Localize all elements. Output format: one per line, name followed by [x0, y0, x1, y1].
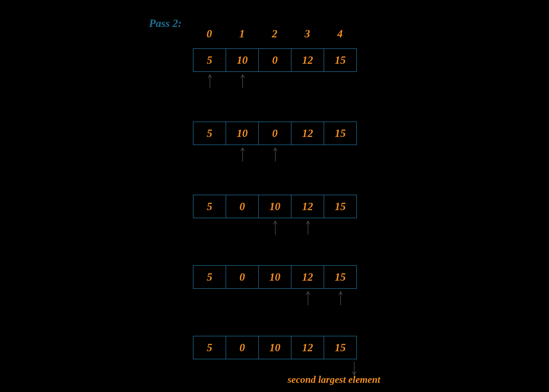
cell: 12 [291, 122, 324, 145]
annotation-second-largest: second largest element [288, 374, 380, 385]
cell: 15 [324, 195, 357, 218]
arrow-up-icon [206, 73, 214, 89]
cell: 12 [291, 266, 324, 288]
cell: 15 [324, 49, 357, 71]
array-step-5: 5 0 10 12 15 [193, 336, 357, 359]
arrow-up-icon [239, 146, 247, 162]
index-2: 2 [258, 27, 291, 40]
cell: 5 [193, 195, 226, 218]
cell: 10 [226, 122, 259, 145]
index-3: 3 [291, 27, 324, 40]
cell: 5 [193, 336, 226, 359]
array-step-2: 5 10 0 12 15 [193, 122, 357, 145]
arrow-up-icon [271, 146, 279, 162]
cell: 10 [259, 266, 291, 288]
cell: 15 [324, 266, 357, 288]
cell: 0 [259, 49, 291, 71]
cell: 0 [259, 122, 291, 145]
array-step-3: 5 0 10 12 15 [193, 195, 357, 218]
cell: 5 [193, 122, 226, 145]
cell: 5 [193, 49, 226, 71]
cell: 12 [291, 49, 324, 71]
cell: 15 [324, 336, 357, 359]
arrow-up-icon [337, 290, 345, 306]
index-0: 0 [193, 27, 226, 40]
cell: 5 [193, 266, 226, 288]
arrow-up-icon [304, 220, 312, 235]
cell: 0 [226, 266, 259, 288]
index-4: 4 [324, 27, 356, 40]
index-row: 0 1 2 3 4 [193, 27, 356, 40]
arrow-up-icon [239, 73, 247, 89]
cell: 0 [226, 195, 259, 218]
cell: 0 [226, 336, 259, 359]
index-1: 1 [226, 27, 258, 40]
cell: 15 [324, 122, 357, 145]
cell: 10 [259, 336, 291, 359]
array-step-4: 5 0 10 12 15 [193, 265, 357, 289]
array-step-1: 5 10 0 12 15 [193, 48, 357, 72]
cell: 10 [226, 49, 259, 71]
cell: 12 [291, 195, 324, 218]
arrow-up-icon [271, 220, 279, 235]
pass-title: Pass 2: [149, 17, 182, 30]
cell: 10 [259, 195, 291, 218]
cell: 12 [291, 336, 324, 359]
arrow-up-icon [304, 290, 312, 306]
